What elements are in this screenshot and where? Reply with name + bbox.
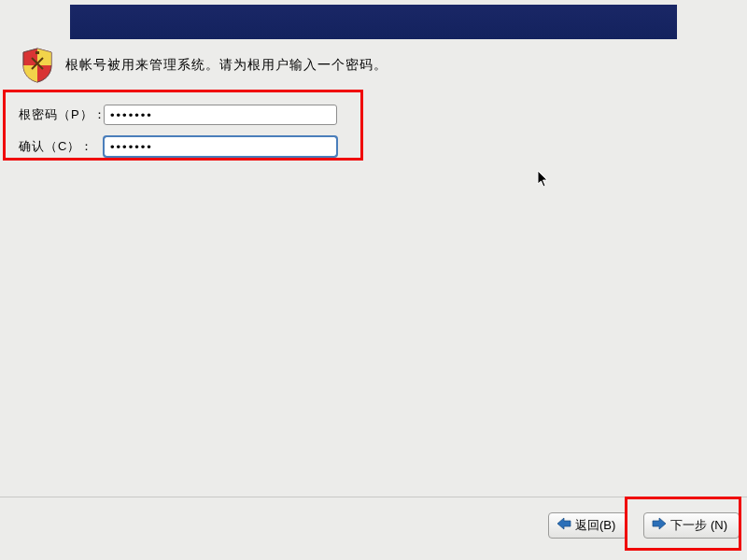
mouse-cursor-icon [537,170,550,191]
arrow-left-icon [557,517,571,533]
description-text: 根帐号被用来管理系统。请为根用户输入一个密码。 [65,57,388,74]
password-label: 根密码（P）： [6,106,104,123]
bottom-bar: 返回(B) 下一步 (N) [0,497,747,553]
header-band [70,5,677,39]
back-button-label: 返回(B) [575,517,615,534]
root-password-input[interactable] [104,105,337,125]
next-button[interactable]: 下一步 (N) [643,512,740,539]
back-button[interactable]: 返回(B) [548,512,627,539]
form-highlight-box: 根密码（P）： 确认（C）： [3,90,363,161]
confirm-label: 确认（C）： [6,138,104,155]
next-button-label: 下一步 (N) [670,517,727,534]
svg-rect-0 [35,51,39,54]
arrow-right-icon [652,517,667,533]
description-row: 根帐号被用来管理系统。请为根用户输入一个密码。 [21,47,388,84]
shield-icon [21,47,54,84]
confirm-row: 确认（C）： [6,133,360,160]
confirm-password-input[interactable] [104,136,337,157]
password-row: 根密码（P）： [6,102,360,128]
